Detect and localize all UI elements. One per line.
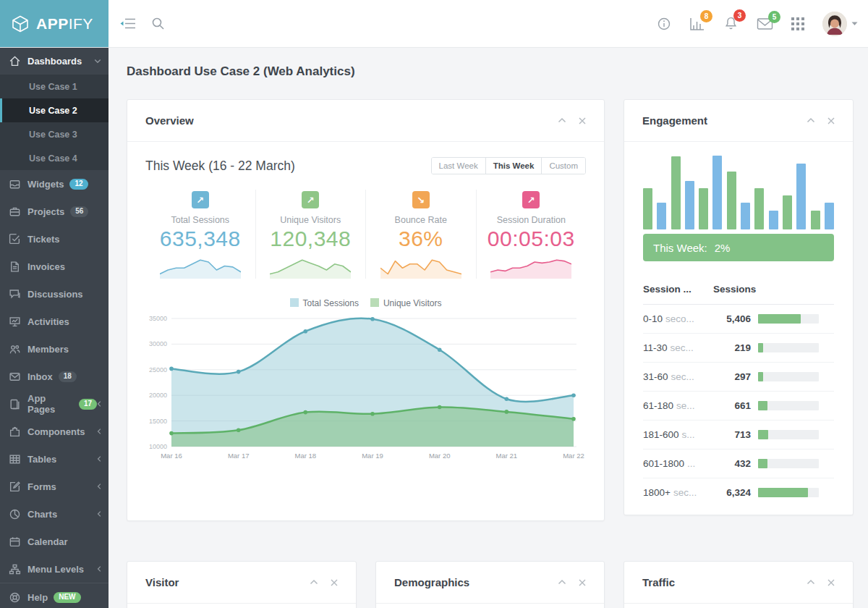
custom-button[interactable]: Custom	[541, 158, 585, 174]
sidebar-item-tickets[interactable]: Tickets	[0, 225, 109, 253]
chat-icon	[9, 288, 21, 300]
document-icon	[9, 261, 21, 273]
sidebar-item-members[interactable]: Members	[0, 335, 109, 363]
sidebar-item-invoices[interactable]: Invoices	[0, 253, 109, 280]
messages-mail-icon[interactable]: 5	[757, 17, 773, 30]
search-icon[interactable]	[151, 17, 165, 30]
legend-unique-visitors: Unique Visitors	[370, 298, 441, 308]
svg-text:25000: 25000	[149, 366, 167, 373]
help-new-badge: NEW	[54, 592, 80, 603]
user-menu[interactable]	[822, 12, 858, 36]
sessions-area-chart: 350003000025000200001500010000Mar 16Mar …	[145, 311, 587, 463]
sidebar-item-widgets[interactable]: Widgets 12	[0, 170, 109, 198]
this-week-button[interactable]: This Week	[485, 158, 542, 174]
chevron-left-icon	[97, 400, 101, 408]
chart-legend: Total Sessions Unique Visitors	[127, 298, 604, 308]
traffic-panel: Traffic	[624, 561, 854, 608]
sidebar-item-app-pages[interactable]: App Pages 17	[0, 390, 109, 418]
engagement-bar	[769, 211, 778, 229]
sidebar-item-dashboards[interactable]: Dashboards	[0, 47, 109, 75]
chevron-down-icon	[851, 22, 858, 26]
col-sessions: Sessions	[713, 284, 756, 295]
close-icon[interactable]	[579, 117, 586, 124]
metric-unique-visitors: ↗ Unique Visitors 120,348	[256, 190, 367, 279]
sidebar-item-use-case-1[interactable]: Use Case 1	[0, 75, 109, 98]
svg-text:35000: 35000	[149, 315, 167, 322]
info-icon[interactable]	[657, 17, 671, 31]
engagement-bar	[811, 211, 820, 229]
overview-header: Overview	[127, 100, 604, 142]
sparkline-bounce-rate	[380, 257, 461, 279]
sidebar-item-use-case-3[interactable]: Use Case 3	[0, 122, 109, 146]
engagement-bar	[685, 181, 694, 229]
chevron-left-icon	[97, 510, 101, 518]
engagement-bar	[796, 164, 806, 229]
sidebar-item-forms[interactable]: Forms	[0, 473, 109, 500]
svg-text:Mar 16: Mar 16	[161, 452, 182, 460]
sidebar-item-use-case-2[interactable]: Use Case 2	[0, 98, 109, 122]
apps-grid-icon[interactable]	[791, 17, 804, 30]
session-duration-row: 181-600s...713	[643, 421, 834, 449]
sidebar-toggle-icon[interactable]	[120, 17, 137, 30]
engagement-bar	[712, 156, 722, 229]
sessions-count: 219	[713, 342, 751, 353]
stats-icon[interactable]: 8	[689, 17, 705, 31]
duration-range: 1800+sec...	[643, 487, 713, 498]
sidebar: Dashboards Use Case 1 Use Case 2 Use Cas…	[0, 47, 109, 608]
chevron-down-icon	[94, 59, 101, 64]
sessions-progress-bar	[758, 401, 819, 410]
collapse-icon[interactable]	[807, 579, 815, 586]
sidebar-item-components[interactable]: Components	[0, 418, 109, 445]
col-session-duration: Session ...	[643, 284, 713, 295]
calendar-icon	[9, 536, 21, 548]
sessions-progress-bar	[758, 430, 819, 439]
collapse-icon[interactable]	[807, 117, 815, 124]
sidebar-item-tables[interactable]: Tables	[0, 445, 109, 473]
engagement-bar	[741, 203, 750, 229]
home-icon	[9, 55, 21, 67]
chevron-left-icon	[97, 428, 101, 435]
demographics-title: Demographics	[394, 576, 469, 588]
sidebar-item-use-case-4[interactable]: Use Case 4	[0, 146, 109, 170]
app-logo[interactable]: APPIFY	[0, 0, 109, 47]
date-range-button-group: Last Week This Week Custom	[431, 157, 586, 174]
engagement-panel: Engagement This Week: 2% Session ... Ses…	[624, 99, 854, 515]
close-icon[interactable]	[827, 579, 835, 586]
sidebar-item-help[interactable]: Help NEW	[0, 583, 109, 608]
sidebar-item-menu-levels[interactable]: Menu Levels	[0, 555, 109, 583]
topbar: APPIFY 8 3 5	[0, 0, 868, 48]
sessions-count: 432	[713, 458, 751, 469]
check-square-icon	[9, 233, 21, 245]
engagement-bar	[754, 188, 764, 229]
close-icon[interactable]	[579, 579, 586, 586]
puzzle-icon	[9, 426, 21, 438]
engagement-bar	[643, 188, 652, 229]
widgets-count-badge: 12	[69, 179, 88, 190]
sidebar-item-projects[interactable]: Projects 56	[0, 198, 109, 225]
legend-total-sessions: Total Sessions	[290, 298, 359, 308]
users-icon	[9, 343, 21, 355]
overview-panel: Overview This Week (16 - 22 March) Last …	[127, 99, 605, 521]
duration-range: 11-30sec...	[643, 342, 713, 353]
sidebar-item-calendar[interactable]: Calendar	[0, 528, 109, 555]
sidebar-item-inbox[interactable]: Inbox 18	[0, 363, 109, 390]
sidebar-item-charts[interactable]: Charts	[0, 500, 109, 528]
sessions-count: 661	[713, 400, 751, 411]
sidebar-item-discussions[interactable]: Discussions	[0, 280, 109, 308]
close-icon[interactable]	[331, 579, 338, 586]
engagement-bar	[783, 195, 792, 229]
collapse-icon[interactable]	[310, 579, 318, 586]
overview-title: Overview	[145, 114, 194, 127]
sidebar-item-activities[interactable]: Activities	[0, 308, 109, 335]
notifications-bell-icon[interactable]: 3	[723, 16, 739, 31]
collapse-icon[interactable]	[558, 117, 566, 124]
collapse-icon[interactable]	[558, 579, 566, 586]
last-week-button[interactable]: Last Week	[432, 158, 485, 174]
presentation-chart-icon	[9, 316, 21, 328]
close-icon[interactable]	[827, 117, 835, 124]
table-icon	[9, 453, 21, 465]
pen-icon	[9, 481, 21, 493]
svg-text:15000: 15000	[149, 418, 167, 425]
traffic-header: Traffic	[624, 562, 853, 604]
duration-range: 31-60sec...	[643, 371, 713, 382]
